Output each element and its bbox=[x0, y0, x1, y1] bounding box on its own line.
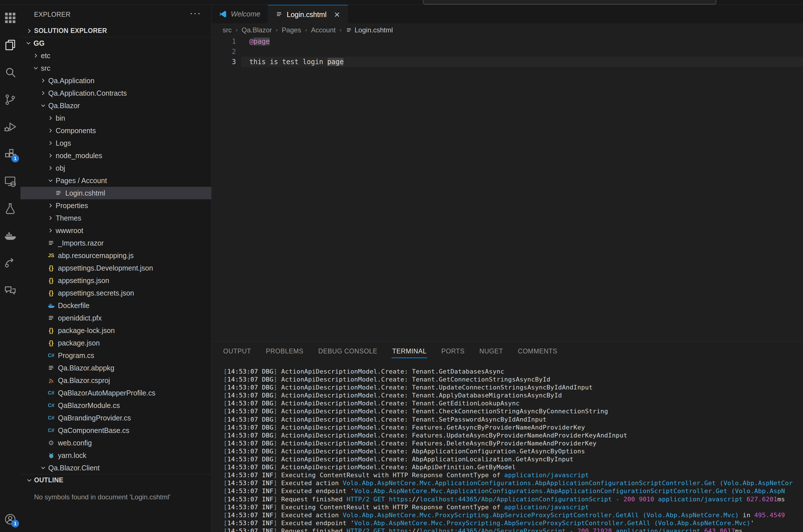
tab-welcome[interactable]: Welcome bbox=[211, 4, 268, 23]
tree-file--imports-razor[interactable]: _Imports.razor bbox=[20, 237, 211, 249]
tree-file-package-json[interactable]: {}package.json bbox=[20, 337, 211, 349]
tree-folder-components[interactable]: Components bbox=[20, 124, 211, 137]
tree-file-qa-blazor-csproj[interactable]: Qa.Blazor.csproj bbox=[20, 374, 211, 387]
tree-item-label: Pages / Account bbox=[56, 176, 107, 185]
csproj-file-icon bbox=[46, 376, 56, 385]
command-center[interactable] bbox=[423, 0, 716, 4]
account-icon[interactable]: 1 bbox=[4, 513, 17, 526]
grid-icon[interactable] bbox=[4, 11, 17, 24]
panel-tab-output[interactable]: OUTPUT bbox=[223, 343, 251, 358]
tree-item-label: web.config bbox=[58, 439, 92, 447]
tree-folder-qa-application[interactable]: Qa.Application bbox=[20, 74, 211, 87]
tree-item-label: abp.resourcemapping.js bbox=[58, 251, 134, 260]
tree-item-label: appsettings.Development.json bbox=[58, 264, 153, 272]
section-solution-explorer[interactable]: SOLUTION EXPLORER bbox=[20, 25, 211, 37]
tree-file-qabrandingprovider-cs[interactable]: C#QaBrandingProvider.cs bbox=[20, 412, 211, 424]
extensions-icon[interactable]: 1 bbox=[4, 148, 17, 161]
code-line-3[interactable]: 3this is test login page bbox=[211, 57, 803, 67]
tree-folder-properties[interactable]: Properties bbox=[20, 199, 211, 212]
tree-file-program-cs[interactable]: C#Program.cs bbox=[20, 349, 211, 362]
tree-file-qablazorautomapperprofile-cs[interactable]: C#QaBlazorAutoMapperProfile.cs bbox=[20, 387, 211, 399]
code-line-2[interactable]: 2 bbox=[211, 46, 803, 57]
tree-folder-node-modules[interactable]: node_modules bbox=[20, 149, 211, 162]
source-control-icon[interactable] bbox=[4, 93, 17, 106]
tree-file-appsettings-development-json[interactable]: {}appsettings.Development.json bbox=[20, 262, 211, 274]
docker-file-icon bbox=[46, 301, 56, 310]
tree-item-label: Logs bbox=[56, 139, 71, 147]
tree-folder-logs[interactable]: Logs bbox=[20, 137, 211, 149]
tree-item-label: QaComponentBase.cs bbox=[58, 426, 130, 435]
terminal-line: [14:53:07 DBG] ActionApiDescriptionModel… bbox=[223, 383, 803, 392]
tree-folder-qa-blazor[interactable]: Qa.Blazor bbox=[20, 99, 211, 112]
file-file-icon bbox=[46, 364, 56, 372]
tree-file-login-cshtml[interactable]: Login.cshtml bbox=[20, 187, 211, 199]
tree-item-label: Qa.Blazor.abppkg bbox=[58, 364, 114, 372]
tree-file-appsettings-secrets-json[interactable]: {}appsettings.secrets.json bbox=[20, 287, 211, 299]
tree-file-appsettings-json[interactable]: {}appsettings.json bbox=[20, 274, 211, 287]
panel-tab-ports[interactable]: PORTS bbox=[441, 343, 465, 358]
line-number: 2 bbox=[211, 46, 241, 57]
remote-explorer-icon[interactable] bbox=[4, 175, 17, 188]
terminal-line: [14:53:07 DBG] ActionApiDescriptionModel… bbox=[223, 448, 803, 455]
chevron-right-icon: › bbox=[305, 26, 307, 34]
comments-icon[interactable] bbox=[4, 284, 17, 297]
json-file-icon: {} bbox=[46, 339, 56, 347]
breadcrumb-item-qa-blazor[interactable]: Qa.Blazor bbox=[242, 26, 272, 34]
tab-login-cshtml[interactable]: Login.cshtml✕ bbox=[268, 4, 348, 24]
search-icon[interactable] bbox=[4, 66, 17, 79]
tree-folder-themes[interactable]: Themes bbox=[20, 212, 211, 224]
json-file-icon: {} bbox=[46, 264, 56, 272]
run-debug-icon[interactable] bbox=[4, 120, 17, 133]
panel-tab-terminal[interactable]: TERMINAL bbox=[392, 343, 427, 358]
tree-folder-etc[interactable]: etc bbox=[20, 50, 211, 62]
panel-tab-problems[interactable]: PROBLEMS bbox=[265, 343, 304, 358]
tree-item-label: QaBlazorAutoMapperProfile.cs bbox=[58, 389, 155, 397]
tree-folder-wwwroot[interactable]: wwwroot bbox=[20, 224, 211, 237]
more-actions-icon[interactable]: ··· bbox=[190, 7, 201, 18]
tree-folder-src[interactable]: src bbox=[20, 62, 211, 74]
breadcrumb-item-account[interactable]: Account bbox=[311, 26, 336, 34]
bottom-panel: OUTPUTPROBLEMSDEBUG CONSOLETERMINALPORTS… bbox=[211, 341, 803, 532]
section-outline[interactable]: OUTLINE bbox=[20, 474, 211, 486]
chevron-right-icon bbox=[39, 89, 47, 97]
tree-folder-bin[interactable]: bin bbox=[20, 112, 211, 124]
code-line-content bbox=[241, 46, 803, 57]
editor-area[interactable]: WelcomeLogin.cshtml✕ src›Qa.Blazor›Pages… bbox=[211, 4, 803, 341]
breadcrumb-item-login-cshtml[interactable]: Login.cshtml bbox=[346, 26, 393, 34]
tree-file-qa-blazor-abppkg[interactable]: Qa.Blazor.abppkg bbox=[20, 362, 211, 374]
code-line-1[interactable]: 1@page bbox=[211, 36, 803, 46]
tree-file-qablazormodule-cs[interactable]: C#QaBlazorModule.cs bbox=[20, 399, 211, 412]
tree-item-label: appsettings.secrets.json bbox=[58, 289, 134, 297]
terminal-output[interactable]: [14:53:07 DBG] ActionApiDescriptionModel… bbox=[223, 368, 803, 532]
tree-file-qacomponentbase-cs[interactable]: C#QaComponentBase.cs bbox=[20, 424, 211, 437]
files-icon[interactable] bbox=[4, 39, 17, 52]
yarn-file-icon bbox=[46, 451, 56, 460]
tree-folder-obj[interactable]: obj bbox=[20, 162, 211, 174]
breadcrumb-item-pages[interactable]: Pages bbox=[282, 26, 301, 34]
close-icon[interactable]: ✕ bbox=[334, 11, 340, 18]
testing-icon[interactable] bbox=[4, 202, 17, 215]
tree-item-label: QaBrandingProvider.cs bbox=[58, 414, 131, 422]
tree-file-openiddict-pfx[interactable]: openiddict.pfx bbox=[20, 312, 211, 324]
tree-folder-pages-account[interactable]: Pages / Account bbox=[20, 174, 211, 187]
tree-folder-qa-blazor-client[interactable]: Qa.Blazor.Client bbox=[20, 461, 211, 474]
terminal-line: [14:53:07 DBG] ActionApiDescriptionModel… bbox=[223, 416, 803, 423]
panel-tab-comments[interactable]: COMMENTS bbox=[517, 343, 558, 358]
docker-icon[interactable] bbox=[4, 229, 17, 243]
terminal-line: [14:53:07 INF] Request finished HTTP/2 G… bbox=[223, 495, 803, 503]
tree-file-yarn-lock[interactable]: yarn.lock bbox=[20, 449, 211, 461]
panel-tab-debug-console[interactable]: DEBUG CONSOLE bbox=[318, 343, 378, 358]
tree-file-web-config[interactable]: ⚙web.config bbox=[20, 437, 211, 449]
code-editor[interactable]: 1@page23this is test login page bbox=[211, 36, 803, 67]
share-icon[interactable] bbox=[4, 256, 17, 270]
tab-label: Login.cshtml bbox=[287, 11, 326, 19]
tree-file-dockerfile[interactable]: Dockerfile bbox=[20, 299, 211, 312]
panel-tab-nuget[interactable]: NUGET bbox=[479, 343, 504, 358]
tree-file-package-lock-json[interactable]: {}package-lock.json bbox=[20, 324, 211, 337]
tree-folder-qa-application-contracts[interactable]: Qa.Application.Contracts bbox=[20, 87, 211, 99]
tree-file-abp-resourcemapping-js[interactable]: JSabp.resourcemapping.js bbox=[20, 249, 211, 262]
chevron-right-icon bbox=[32, 52, 40, 60]
breadcrumb-item-src[interactable]: src bbox=[223, 26, 232, 34]
tree-folder-gg[interactable]: GG bbox=[20, 37, 211, 50]
terminal-line: [14:53:07 INF] Executing ContentResult w… bbox=[223, 471, 803, 479]
